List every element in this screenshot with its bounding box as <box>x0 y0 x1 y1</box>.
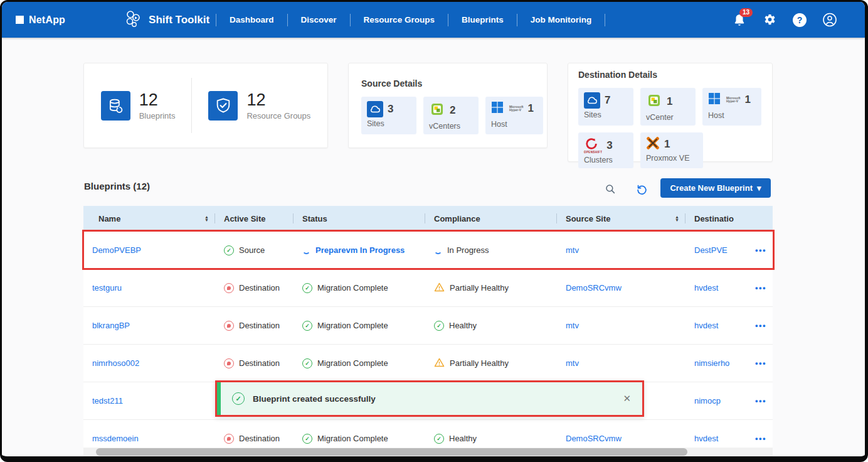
help-icon[interactable]: ? <box>792 13 807 28</box>
active-site-label: Source <box>239 245 265 255</box>
column-header-name[interactable]: Name ▲▼ <box>83 206 215 231</box>
more-options-icon[interactable] <box>755 321 766 330</box>
source-details-card: Source Details 3 Sites 2 vCenter <box>348 63 548 148</box>
status-label: Migration Complete <box>317 434 388 443</box>
source-site-link[interactable]: mtv <box>566 358 579 368</box>
destination-site-link[interactable]: nimocp <box>694 396 721 406</box>
destination-site-link[interactable]: DestPVE <box>694 245 728 255</box>
column-header-compliance[interactable]: Compliance <box>425 206 557 231</box>
sort-icon[interactable]: ▲▼ <box>204 215 209 222</box>
spinner-icon <box>302 246 310 254</box>
nav-item-discover[interactable]: Discover <box>288 15 350 24</box>
compliance-label: Partially Healthy <box>450 283 509 293</box>
resource-groups-stat[interactable]: 12 Resource Groups <box>192 90 327 121</box>
table-header: Name ▲▼ Active Site Status Compliance So… <box>83 206 773 231</box>
destination-site-link[interactable]: hvdest <box>694 321 718 330</box>
destination-active-icon <box>224 434 234 444</box>
source-active-icon <box>224 245 234 255</box>
column-header-source-site[interactable]: Source Site ▲▼ <box>557 206 685 231</box>
nav-item-dashboard[interactable]: Dashboard <box>216 15 287 24</box>
destination-vcenter-tile[interactable]: 1 vCenter <box>640 88 696 126</box>
destination-tiles-row2: OPENSHIFT 3 Clusters 1 Proxmox VE <box>578 132 763 168</box>
source-site-link[interactable]: mtv <box>566 321 579 330</box>
source-tiles: 3 Sites 2 vCenters <box>361 97 536 134</box>
destination-active-icon <box>224 283 234 293</box>
vsphere-icon <box>429 101 445 120</box>
source-site-link[interactable]: DemoSRCvmw <box>566 434 622 443</box>
horizontal-scrollbar[interactable] <box>83 448 773 456</box>
nav-item-blueprints[interactable]: Blueprints <box>448 15 517 24</box>
destination-clusters-tile[interactable]: OPENSHIFT 3 Clusters <box>578 132 633 168</box>
column-header-status[interactable]: Status <box>294 206 425 231</box>
blueprint-name-link[interactable]: tedst211 <box>92 396 123 406</box>
table-row: testguru Destination Migration Complete … <box>83 269 773 306</box>
navbar-actions: 13 ? <box>732 13 837 28</box>
more-options-icon[interactable] <box>755 358 766 368</box>
destination-details-title: Destination Details <box>578 70 763 80</box>
hyperv-label-text: Microsoft Hyper-V <box>509 105 524 112</box>
destination-sites-tile[interactable]: 7 Sites <box>578 88 633 126</box>
blueprint-name-link[interactable]: blkrangBP <box>92 321 130 330</box>
netapp-logo[interactable]: NetApp <box>16 14 65 26</box>
hyperv-icon <box>708 92 721 107</box>
destination-sites-label: Sites <box>584 110 628 119</box>
destination-active-icon <box>224 358 234 368</box>
destination-proxmox-tile[interactable]: 1 Proxmox VE <box>640 132 703 168</box>
search-icon[interactable] <box>603 181 618 196</box>
more-options-icon[interactable] <box>755 283 766 293</box>
cloud-icon <box>367 101 383 117</box>
destination-host-tile[interactable]: Microsoft Hyper-V 1 Host <box>702 88 761 126</box>
blueprint-name-link[interactable]: nimrhoso002 <box>92 358 139 368</box>
nav-separator <box>605 14 605 26</box>
question-mark-icon: ? <box>793 13 807 27</box>
refresh-icon[interactable] <box>634 181 649 196</box>
destination-site-link[interactable]: nimsierho <box>694 358 729 368</box>
nav-item-job-monitoring[interactable]: Job Monitoring <box>517 15 605 24</box>
hyperv-icon <box>491 101 504 116</box>
blueprints-stat[interactable]: 12 Blueprints <box>85 90 192 121</box>
sort-icon[interactable]: ▲▼ <box>675 215 679 222</box>
column-header-active-site[interactable]: Active Site <box>215 206 294 231</box>
scrollbar-thumb[interactable] <box>96 448 687 456</box>
resource-groups-count-label: Resource Groups <box>246 111 310 121</box>
more-options-icon[interactable] <box>755 396 766 406</box>
success-check-icon <box>434 321 444 331</box>
stats-card: 12 Blueprints 12 Resource Groups <box>83 63 328 148</box>
compliance-label: In Progress <box>447 245 489 255</box>
dropdown-arrow-icon: ▾ <box>757 183 761 193</box>
create-button-label: Create New Blueprint <box>670 183 752 193</box>
source-host-count: 1 <box>528 102 534 115</box>
blueprint-name-link[interactable]: DemoPVEBP <box>92 245 141 255</box>
source-host-tile[interactable]: Microsoft Hyper-V 1 Host <box>485 97 543 134</box>
more-options-icon[interactable] <box>755 434 766 443</box>
source-host-label: Host <box>491 120 537 129</box>
success-check-icon <box>302 358 312 368</box>
blueprint-name-link[interactable]: testguru <box>92 283 122 293</box>
source-sites-tile[interactable]: 3 Sites <box>361 97 416 134</box>
status-label: Preparevm In Progress <box>315 245 405 255</box>
close-icon[interactable]: ✕ <box>623 393 631 404</box>
success-check-icon <box>302 283 312 293</box>
create-new-blueprint-button[interactable]: Create New Blueprint ▾ <box>660 178 771 198</box>
notification-count-badge: 13 <box>739 8 753 17</box>
source-site-link[interactable]: mtv <box>566 245 579 255</box>
destination-site-link[interactable]: hvdest <box>694 283 718 293</box>
active-site-label: Destination <box>239 434 280 443</box>
destination-vcenter-count: 1 <box>667 95 672 108</box>
table-row: DemoPVEBP Source Preparevm In Progress I… <box>83 231 773 269</box>
blueprint-name-link[interactable]: mssdemoein <box>92 434 139 443</box>
warning-triangle-icon <box>434 282 445 294</box>
user-profile-icon[interactable] <box>822 13 837 28</box>
column-header-destination[interactable]: Destinatio <box>685 206 746 231</box>
app-title: Shift Toolkit <box>149 14 209 26</box>
column-header-actions <box>746 206 773 231</box>
notifications-bell-icon[interactable]: 13 <box>732 13 747 28</box>
nav-item-resource-groups[interactable]: Resource Groups <box>351 15 448 24</box>
blueprints-section-title: Blueprints (12) <box>84 181 150 191</box>
more-options-icon[interactable] <box>755 245 766 255</box>
settings-gear-icon[interactable] <box>762 13 777 28</box>
resource-groups-count: 12 <box>246 90 310 110</box>
destination-site-link[interactable]: hvdest <box>694 434 718 443</box>
source-vcenters-tile[interactable]: 2 vCenters <box>423 97 479 134</box>
source-site-link[interactable]: DemoSRCvmw <box>566 283 622 293</box>
